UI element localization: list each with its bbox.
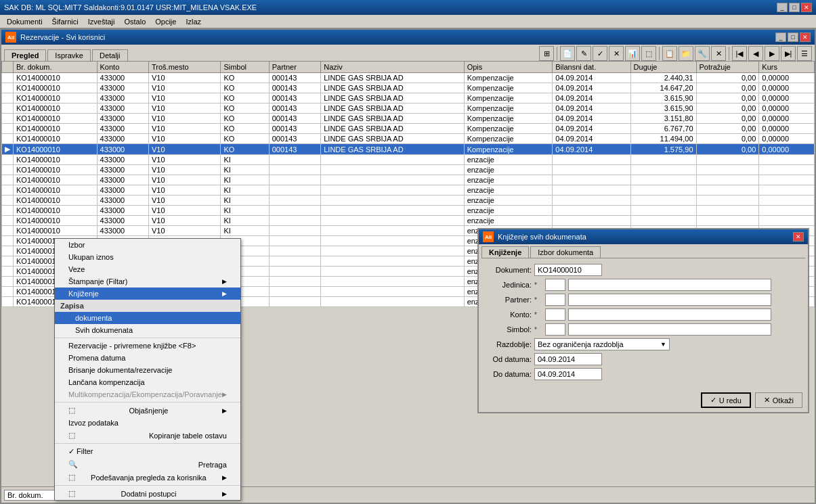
table-row[interactable]: KO14000010433000V10KO000143LINDE GAS SRB… [2, 114, 815, 124]
konto-code[interactable] [545, 308, 565, 321]
tab-detalji[interactable]: Detalji [92, 49, 128, 61]
partner-code[interactable] [545, 294, 565, 306]
table-row[interactable]: KO14000010433000V10KIenzacije [2, 175, 815, 185]
table-row[interactable]: KO14000010433000V10KIenzacije [2, 206, 815, 216]
col-konto[interactable]: Konto [97, 62, 148, 73]
toolbar-btn-10[interactable]: 🔧 [695, 46, 710, 61]
ctx-svih-dokumenata[interactable]: Svih dokumenata [55, 324, 240, 336]
table-row[interactable]: KO14000010433000V10KO000143LINDE GAS SRB… [2, 73, 815, 83]
ctx-dodatni[interactable]: ⬚ Dodatni postupci ▶ [55, 487, 240, 500]
col-tros-mesto[interactable]: Troš.mesto [149, 62, 221, 73]
rez-minimize-button[interactable]: _ [775, 32, 786, 42]
toolbar-nav-next[interactable]: ▶ [765, 46, 779, 61]
tab-pregled[interactable]: Pregled [4, 49, 46, 61]
col-kurs[interactable]: Kurs [759, 62, 815, 73]
menu-izlaz[interactable]: Izlaz [181, 16, 205, 27]
ctx-promena-datuma[interactable]: Promena datuma [55, 352, 240, 364]
close-button[interactable]: ✕ [801, 3, 812, 12]
ctx-rezervacije-privremene[interactable]: Rezervacije - privremene knjižbe <F8> [55, 340, 240, 352]
jedinica-code[interactable] [545, 279, 565, 291]
col-partner[interactable]: Partner [269, 62, 320, 73]
minimize-button[interactable]: _ [777, 3, 788, 12]
table-row[interactable]: KO14000010433000V10KO000143LINDE GAS SRB… [2, 124, 815, 134]
ctx-izbor[interactable]: Izbor [55, 239, 240, 251]
rez-maximize-button[interactable]: □ [788, 32, 798, 42]
maximize-button[interactable]: □ [789, 3, 800, 12]
toolbar-btn-8[interactable]: 📋 [662, 46, 677, 61]
col-naziv[interactable]: Naziv [321, 62, 464, 73]
toolbar-nav-last[interactable]: ▶| [781, 46, 796, 61]
ctx-kopiranje[interactable]: ⬚ Kopiranje tabele ostavu [55, 429, 240, 442]
konto-name[interactable] [568, 308, 771, 321]
toolbar-btn-9[interactable]: 📁 [679, 46, 693, 61]
toolbar-btn-4[interactable]: ✓ [593, 46, 607, 61]
toolbar-btn-2[interactable]: 📄 [560, 46, 575, 61]
menu-izvestaji[interactable]: Izveštaji [84, 16, 119, 27]
simbol-name[interactable] [568, 323, 771, 336]
knjizenje-close-button[interactable]: ✕ [793, 232, 804, 242]
ctx-knjizenje[interactable]: Knjiženje ▶ [55, 288, 240, 300]
menu-ostalo[interactable]: Ostalo [120, 16, 150, 27]
od-datuma-input[interactable] [534, 353, 602, 365]
table-row[interactable]: ▶KO14000010433000V10KO000143LINDE GAS SR… [2, 144, 815, 155]
ctx-dokumenta[interactable]: dokumenta [55, 312, 240, 324]
col-br-dokum[interactable]: Br. dokum. [14, 62, 98, 73]
knjizenje-titlebar-controls[interactable]: ✕ [793, 232, 804, 242]
toolbar-btn-3[interactable]: ✎ [576, 46, 591, 61]
toolbar-btn-5[interactable]: ✕ [609, 46, 624, 61]
ctx-ukupan-iznos[interactable]: Ukupan iznos [55, 251, 240, 263]
ctx-veze[interactable]: Veze [55, 263, 240, 275]
table-row[interactable]: KO14000010433000V10KIenzacije [2, 165, 815, 175]
table-row[interactable]: KO14000010433000V10KIenzacije [2, 155, 815, 165]
table-row[interactable]: KO14000010433000V10KO000143LINDE GAS SRB… [2, 83, 815, 93]
title-bar-controls[interactable]: _ □ ✕ [777, 3, 812, 12]
dokument-input[interactable] [534, 264, 602, 276]
ctx-brisanje[interactable]: Brisanje dokumenta/rezervacije [55, 364, 240, 376]
kjn-tab-izbor[interactable]: Izbor dokumenta [530, 246, 601, 258]
table-cell: KI [221, 216, 269, 226]
toolbar-btn-6[interactable]: 📊 [625, 46, 640, 61]
jedinica-name[interactable] [568, 279, 771, 291]
kjn-tab-knjizenje[interactable]: Knjiženje [481, 246, 529, 258]
col-opis[interactable]: Opis [464, 62, 553, 73]
table-cell: KI [221, 206, 269, 216]
toolbar-nav-prev[interactable]: ◀ [748, 46, 763, 61]
do-datuma-input[interactable] [534, 368, 602, 380]
table-cell: 0,00000 [759, 114, 815, 124]
menu-sifarnici[interactable]: Šifarnici [48, 16, 83, 27]
toolbar-btn-end[interactable]: ☰ [797, 46, 812, 61]
partner-name[interactable] [568, 294, 771, 306]
ctx-filter[interactable]: ✓ Filter [55, 445, 240, 458]
toolbar-btn-11[interactable]: ✕ [711, 46, 726, 61]
rezervacije-titlebar-controls[interactable]: _ □ ✕ [775, 32, 811, 42]
col-bilansni-dat[interactable]: Bilansni dat. [553, 62, 630, 73]
toolbar-btn-1[interactable]: ⊞ [539, 46, 554, 61]
toolbar-btn-7[interactable]: ⬚ [641, 46, 656, 61]
table-row[interactable]: KO14000010433000V10KIenzacije [2, 216, 815, 226]
simbol-label: Simbol: [484, 325, 532, 334]
ctx-podesavanja[interactable]: ⬚ Podešavanja pregleda za korisnika ▶ [55, 471, 240, 484]
cancel-button[interactable]: ✕ Otkaži [755, 392, 802, 408]
table-row[interactable]: KO14000010433000V10KO000143LINDE GAS SRB… [2, 93, 815, 104]
ctx-izvoz[interactable]: Izvoz podataka [55, 417, 240, 429]
table-row[interactable]: KO14000010433000V10KIenzacije [2, 196, 815, 206]
table-row[interactable]: KO14000010433000V10KIenzacije [2, 185, 815, 196]
col-duguje[interactable]: Duguje [630, 62, 696, 73]
table-cell [269, 297, 320, 307]
ctx-objasnjenje[interactable]: ⬚ Objašnjenje ▶ [55, 404, 240, 417]
table-row[interactable]: KO14000010433000V10KO000143LINDE GAS SRB… [2, 134, 815, 144]
ok-button[interactable]: ✓ U redu [701, 392, 751, 408]
toolbar-nav-first[interactable]: |◀ [732, 46, 747, 61]
col-potrazuje[interactable]: Potražuje [696, 62, 759, 73]
simbol-code[interactable] [545, 323, 565, 336]
razdoblje-dropdown[interactable]: Bez ograničenja razdoblja ▼ [534, 338, 670, 350]
ctx-stampanje[interactable]: Štampanje (Filtar) ▶ [55, 275, 240, 288]
ctx-pretraga[interactable]: 🔍 Pretraga [55, 458, 240, 471]
menu-opcije[interactable]: Opcije [151, 16, 180, 27]
tab-ispravke[interactable]: Ispravke [47, 49, 91, 61]
col-simbol[interactable]: Simbol [221, 62, 269, 73]
table-row[interactable]: KO14000010433000V10KO000143LINDE GAS SRB… [2, 104, 815, 114]
ctx-lancana[interactable]: Lančana kompenzacija [55, 376, 240, 388]
rez-close-button[interactable]: ✕ [800, 32, 811, 42]
menu-dokumenti[interactable]: Dokumenti [3, 16, 47, 27]
